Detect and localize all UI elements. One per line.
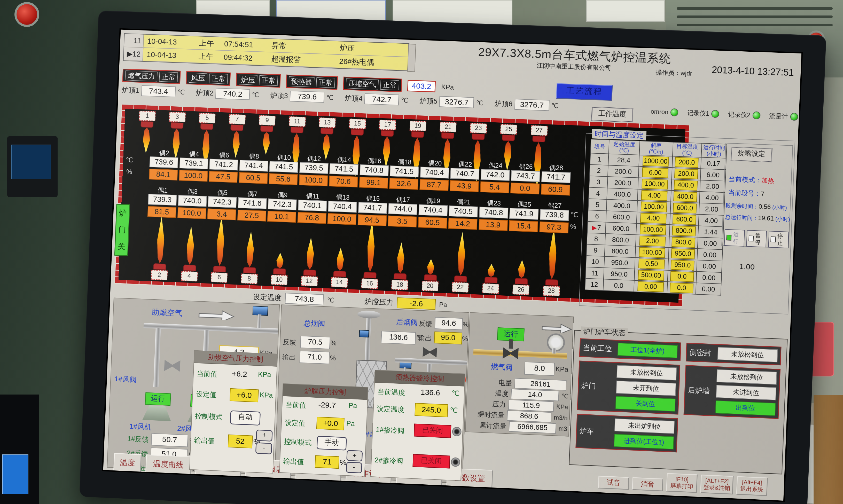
thermocouple: 偶15741.794.5: [357, 194, 388, 226]
burner-number: 17: [379, 120, 396, 130]
status-indicator: 燃气压力正常: [122, 69, 181, 84]
thermocouple-output: 55.6: [269, 173, 298, 185]
system-button[interactable]: 消音: [632, 477, 663, 491]
current-label: 当前值: [285, 400, 307, 410]
target-cell: 400.0: [671, 191, 700, 203]
thermocouple-name: 偶14: [330, 155, 359, 164]
target-setpoint[interactable]: 950.0: [670, 260, 694, 271]
temp-unit: ℃: [252, 91, 259, 98]
burner-number: 12: [301, 276, 318, 286]
start-temp-cell: 400.0: [606, 199, 638, 212]
flame-icon: [215, 216, 226, 266]
tab-1[interactable]: 温度: [113, 453, 142, 472]
stop-button[interactable]: 停止: [768, 231, 789, 248]
target-setpoint[interactable]: 0.0: [670, 271, 694, 282]
target-setpoint[interactable]: 600.0: [672, 214, 696, 225]
air-valve-1-icon[interactable]: [164, 360, 181, 372]
increase-button[interactable]: +: [256, 430, 273, 442]
flame-icon: [547, 228, 558, 280]
main-damper-output: 71.0: [300, 350, 330, 364]
rate-setpoint[interactable]: 100.00: [641, 202, 667, 213]
rate-setpoint[interactable]: 4.00: [641, 190, 667, 201]
output-value[interactable]: 52: [228, 434, 253, 449]
burner-bottom: 10: [265, 253, 295, 286]
burner-number: 19: [409, 121, 426, 131]
total-label: 总运行时间：: [725, 214, 758, 221]
target-setpoint[interactable]: 400.0: [674, 180, 698, 191]
start-temp-cell: 950.0: [604, 268, 634, 281]
door-status-group: 侧密封未放松到位: [686, 343, 782, 365]
process-flow-button[interactable]: 工艺流程: [556, 83, 613, 101]
workpiece-temp-button[interactable]: 工件温度: [591, 107, 633, 122]
rate-setpoint[interactable]: 2.00: [639, 236, 666, 247]
pressure-unit: Pa: [439, 301, 447, 308]
target-setpoint[interactable]: 0.0: [670, 283, 694, 293]
runtime-cell: 0.00: [697, 260, 722, 272]
status-state: 正常: [159, 72, 178, 82]
rate-setpoint[interactable]: 500.00: [638, 270, 664, 281]
set-temp-value[interactable]: 245.0: [414, 403, 448, 417]
status-label: 压缩空气: [346, 78, 379, 89]
preheater-cooling-control: 预热器掺冷控制 当前温度 136.6 ℃ 设定温度 245.0 ℃ 1#掺冷阀 …: [370, 370, 465, 481]
rate-cell: 2.00: [635, 235, 669, 248]
tab-2[interactable]: 温度曲线: [145, 454, 191, 474]
wall-paper: [586, 0, 665, 22]
burner-nozzle-icon: [471, 133, 485, 140]
decrease-button[interactable]: -: [346, 462, 362, 473]
target-setpoint[interactable]: 200.0: [675, 157, 699, 168]
target-setpoint[interactable]: 400.0: [673, 191, 697, 202]
set-value[interactable]: +6.0: [230, 388, 259, 402]
thermocouple-temp: 744.0: [388, 203, 417, 215]
alarm-scrollbar[interactable]: [407, 44, 416, 72]
output-value[interactable]: 71: [315, 455, 339, 469]
green-led-icon: [711, 110, 720, 118]
rate-setpoint[interactable]: 1000.00: [643, 156, 669, 167]
rate-setpoint[interactable]: 100.00: [639, 247, 665, 258]
rate-setpoint[interactable]: 0.00: [638, 282, 664, 292]
pause-button[interactable]: 暂停: [746, 230, 767, 247]
rate-setpoint[interactable]: 0.50: [639, 258, 665, 269]
set-value[interactable]: +0.0: [317, 417, 344, 430]
valve2-manual-icon[interactable]: [451, 457, 460, 467]
mode-button[interactable]: 自动: [230, 410, 261, 426]
roof-temp-value: 743.4: [141, 85, 176, 97]
gas-row-unit: m3/h: [554, 414, 568, 421]
thermocouple-name: 偶24: [481, 161, 510, 169]
burner-settings-button[interactable]: 烧嘴设定: [731, 147, 772, 162]
rate-setpoint[interactable]: 6.00: [642, 167, 668, 178]
roof-temp-value: 3276.7: [439, 96, 474, 108]
runtime-cell: 0.17: [701, 157, 726, 169]
burner-number: 11: [289, 116, 306, 127]
cool-valve2-status: 已关闭: [412, 454, 450, 468]
runtime-cell: 2.00: [699, 203, 724, 215]
current-value: +6.2: [232, 369, 247, 379]
rear-damper-output[interactable]: 95.0: [434, 331, 462, 344]
run-button[interactable]: 运行: [724, 229, 745, 246]
fan-1-icon[interactable]: [142, 405, 172, 421]
rate-setpoint[interactable]: 100.00: [642, 179, 668, 190]
target-setpoint[interactable]: 800.0: [671, 237, 695, 248]
target-setpoint[interactable]: 800.0: [672, 226, 696, 236]
alarm-list[interactable]: 11 10-04-13 上午 07:54:51 异常 炉压 ▶12 10-04-…: [123, 33, 410, 71]
gas-valve-icon[interactable]: [503, 347, 519, 359]
rear-damper-icon[interactable]: [423, 347, 437, 357]
burner-bottom: 8: [235, 231, 266, 284]
valve1-manual-icon[interactable]: [452, 427, 462, 437]
system-button[interactable]: [F10]屏幕打印: [666, 473, 698, 493]
target-setpoint[interactable]: 950.0: [671, 248, 695, 259]
mode-button[interactable]: 手动: [317, 436, 347, 451]
system-button[interactable]: [ALT+F2]登录&注销: [700, 474, 734, 494]
increase-button[interactable]: +: [346, 450, 363, 462]
thermocouple-output: 27.5: [237, 210, 266, 221]
target-setpoint[interactable]: 200.0: [674, 168, 698, 179]
target-setpoint[interactable]: 600.0: [673, 203, 697, 214]
door-group-label: 炉门: [581, 381, 616, 392]
system-button[interactable]: 试音: [598, 475, 629, 490]
system-button[interactable]: [Alt+F4]退出系统: [736, 476, 768, 496]
roof-temp-label: 炉顶4: [344, 93, 363, 103]
rate-setpoint[interactable]: 100.00: [640, 224, 666, 235]
thermocouple-temp: 741.7: [358, 202, 387, 214]
flame-icon: [261, 132, 271, 155]
rate-setpoint[interactable]: 4.00: [640, 213, 667, 224]
decrease-button[interactable]: -: [255, 442, 272, 454]
